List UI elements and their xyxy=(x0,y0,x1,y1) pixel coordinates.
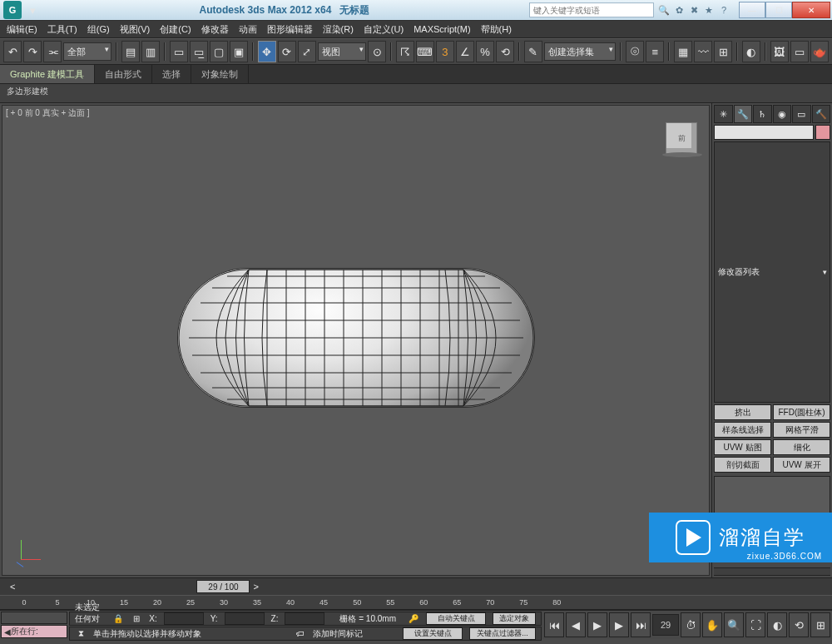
angle-snap-icon[interactable]: ∠ xyxy=(456,41,474,62)
mod-btn-extrude[interactable]: 挤出 xyxy=(714,404,771,420)
capsule-object[interactable] xyxy=(177,268,535,408)
mod-btn-uvwmap[interactable]: UVW 贴图 xyxy=(714,439,771,455)
panel-tab-modify-icon[interactable]: 🔧 xyxy=(734,105,753,123)
redo-icon[interactable]: ↷ xyxy=(23,41,42,62)
mod-btn-meshsmooth[interactable]: 网格平滑 xyxy=(773,422,830,438)
snap-icon[interactable]: 3 xyxy=(436,41,454,62)
close-button[interactable]: ✕ xyxy=(792,2,830,18)
y-field[interactable] xyxy=(225,612,265,625)
tag-marker-icon[interactable]: 🏷 xyxy=(295,628,306,640)
schematic-view-icon[interactable]: ⊞ xyxy=(714,41,732,62)
mirror-icon[interactable]: ⦾ xyxy=(626,41,644,62)
menu-views[interactable]: 视图(V) xyxy=(115,22,156,37)
subscription-icon[interactable]: ✿ xyxy=(672,3,686,17)
keyboard-shortcut-icon[interactable]: ⌨ xyxy=(416,41,434,62)
x-field[interactable] xyxy=(164,612,204,625)
coord-icon[interactable]: ⊞ xyxy=(131,613,142,625)
curve-editor-icon[interactable]: 〰 xyxy=(694,41,712,62)
app-icon[interactable]: G xyxy=(3,1,22,19)
select-name-icon[interactable]: ▭̲ xyxy=(190,41,208,62)
editnamed-icon[interactable]: ✎ xyxy=(524,41,542,62)
align-icon[interactable]: ≡ xyxy=(646,41,664,62)
menu-maxscript[interactable]: MAXScript(M) xyxy=(409,22,475,36)
nav-orbit-icon[interactable]: ⟲ xyxy=(789,612,809,637)
panel-tab-utilities-icon[interactable]: 🔨 xyxy=(812,105,831,123)
menu-create[interactable]: 创建(C) xyxy=(155,22,196,37)
exchange-icon[interactable]: ✖ xyxy=(687,3,701,17)
render-setup-icon[interactable]: 🖼 xyxy=(770,41,789,62)
nav-fov-icon[interactable]: ◐ xyxy=(767,612,787,637)
mod-btn-tessellate[interactable]: 细化 xyxy=(773,439,830,455)
add-time-tag[interactable]: 添加时间标记 xyxy=(313,628,363,640)
menu-help[interactable]: 帮助(H) xyxy=(476,22,517,37)
mod-btn-unwrap[interactable]: UVW 展开 xyxy=(773,457,830,473)
viewcube-base[interactable] xyxy=(662,152,702,157)
z-field[interactable] xyxy=(285,612,324,625)
menu-edit[interactable]: 编辑(E) xyxy=(2,22,42,37)
layers-icon[interactable]: ▥ xyxy=(141,41,160,62)
timeslider-right-arrow-icon[interactable]: > xyxy=(253,582,258,592)
mod-btn-spline[interactable]: 样条线选择 xyxy=(714,422,771,438)
maximize-button[interactable]: ☐ xyxy=(765,2,792,18)
move-icon[interactable]: ✥ xyxy=(258,41,276,62)
ref-coord-dropdown[interactable]: 视图 xyxy=(318,42,366,61)
window-crossing-icon[interactable]: ▣ xyxy=(230,41,248,62)
render-icon[interactable]: 🫖 xyxy=(810,41,829,62)
object-name-field[interactable] xyxy=(714,125,814,140)
spinner-snap-icon[interactable]: ⟲ xyxy=(496,41,514,62)
setkey-button[interactable]: 设置关键点 xyxy=(403,627,463,640)
tab-graphite[interactable]: Graphite 建模工具 xyxy=(0,65,95,83)
viewport-label[interactable]: [ + 0 前 0 真实 + 边面 ] xyxy=(6,107,90,119)
rendered-frame-icon[interactable]: ▭ xyxy=(790,41,809,62)
lock-icon[interactable]: 🔒 xyxy=(112,613,124,625)
rotate-icon[interactable]: ⟳ xyxy=(278,41,296,62)
menu-grapheditors[interactable]: 图形编辑器 xyxy=(262,22,318,37)
track-bar[interactable]: 0 5 10 15 20 25 30 35 40 45 50 55 60 65 … xyxy=(0,595,832,610)
select-region-icon[interactable]: ▢ xyxy=(210,41,228,62)
search-icon[interactable]: 🔍 xyxy=(657,3,671,17)
named-selection-dropdown[interactable]: 创建选择集 xyxy=(544,42,616,61)
nav-pan-icon[interactable]: ✋ xyxy=(702,612,722,637)
panel-tab-motion-icon[interactable]: ◉ xyxy=(773,105,792,123)
time-slider[interactable]: < 29 / 100 > xyxy=(0,577,832,595)
selection-filter-dropdown[interactable]: 全部 xyxy=(63,42,111,61)
time-slider-handle[interactable]: 29 / 100 xyxy=(196,580,250,593)
tab-freeform[interactable]: 自由形式 xyxy=(95,65,152,83)
favorite-icon[interactable]: ★ xyxy=(702,3,716,17)
help-search-input[interactable] xyxy=(529,2,654,17)
scale-icon[interactable]: ⤢ xyxy=(298,41,316,62)
layer-manager-icon[interactable]: ▦ xyxy=(674,41,692,62)
titlebar-dropdown-icon[interactable]: ▾ xyxy=(25,2,40,17)
menu-tools[interactable]: 工具(T) xyxy=(42,22,82,37)
autokey-button[interactable]: 自动关键点 xyxy=(426,612,486,625)
tab-objectpaint[interactable]: 对象绘制 xyxy=(191,65,249,83)
timetag-icon[interactable]: ⧗ xyxy=(75,628,87,640)
mod-btn-slice[interactable]: 剖切截面 xyxy=(714,457,771,473)
track-row-button[interactable]: ◀ 所在行: xyxy=(1,625,67,638)
viewport-front[interactable]: [ + 0 前 0 真实 + 边面 ] 前 xyxy=(2,105,710,576)
panel-rollout-handle[interactable] xyxy=(714,567,830,576)
goto-end-icon[interactable]: ⏭ xyxy=(631,612,651,637)
ribbon-subpanel[interactable]: 多边形建模 xyxy=(0,84,832,103)
nav-zoomext-icon[interactable]: ⛶ xyxy=(745,612,765,637)
pivot-icon[interactable]: ⊙ xyxy=(368,41,386,62)
help-icon[interactable]: ? xyxy=(717,3,730,17)
time-config-icon[interactable]: ⏱ xyxy=(681,612,701,637)
schematic-icon[interactable]: ▤ xyxy=(121,41,140,62)
goto-start-icon[interactable]: ⏮ xyxy=(544,612,564,637)
viewcube[interactable]: 前 xyxy=(666,122,697,154)
sel-sets-dropdown[interactable]: 选定对象 xyxy=(493,612,536,625)
material-editor-icon[interactable]: ◐ xyxy=(742,41,760,62)
menu-group[interactable]: 组(G) xyxy=(82,22,115,37)
manipulate-icon[interactable]: ☈ xyxy=(396,41,414,62)
select-icon[interactable]: ▭ xyxy=(170,41,188,62)
current-frame-field[interactable]: 29 xyxy=(652,614,679,636)
panel-tab-display-icon[interactable]: ▭ xyxy=(792,105,811,123)
menu-rendering[interactable]: 渲染(R) xyxy=(318,22,359,37)
panel-tab-hierarchy-icon[interactable]: ♄ xyxy=(753,105,772,123)
play-icon[interactable]: ▶ xyxy=(587,612,607,637)
keyfilters-button[interactable]: 关键点过滤器... xyxy=(469,627,536,640)
menu-modifiers[interactable]: 修改器 xyxy=(196,22,234,37)
timeslider-left-arrow-icon[interactable]: < xyxy=(10,582,15,592)
prev-frame-icon[interactable]: ◀ xyxy=(566,612,586,637)
